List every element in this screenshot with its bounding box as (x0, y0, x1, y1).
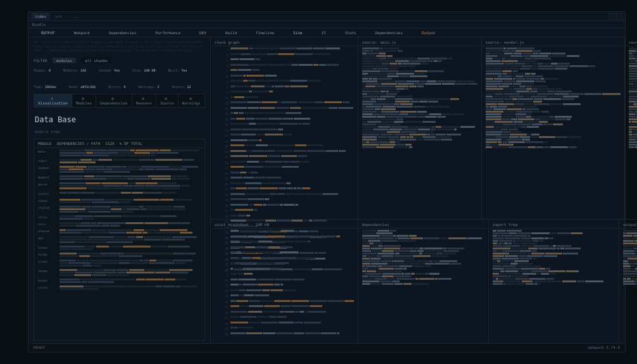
menu-9[interactable]: Stats (345, 30, 356, 35)
menu-3[interactable]: Performance (155, 30, 180, 35)
table-row[interactable]: theme (34, 268, 205, 277)
table-row[interactable]: core (34, 221, 205, 228)
nav-forward-icon[interactable]: › (616, 13, 622, 20)
table-row[interactable]: styled (34, 204, 205, 214)
prop-5: Time: 1842ms (34, 85, 56, 89)
filter-context[interactable]: all chunks (81, 58, 111, 63)
tab-1[interactable]: src (51, 13, 66, 20)
table-row[interactable]: utils (34, 214, 205, 221)
menu-0[interactable]: OUTPUT (41, 30, 55, 35)
prop-4: Built: Yes (168, 68, 187, 72)
table-row[interactable]: api (34, 235, 205, 244)
prop-8: Warnings: 2 (138, 85, 159, 89)
prop-2: Cached: Yes (99, 68, 120, 72)
prop-6: Hash: a8f2c3d1 (69, 85, 96, 89)
table-row[interactable]: store (34, 284, 205, 291)
menu-10[interactable]: Dependencies (375, 30, 403, 35)
prop-9: Assets: 12 (172, 85, 191, 89)
tab-bar: index src ... ‹ › (28, 12, 625, 21)
status-bar: READY webpack 5.74.0 (28, 343, 625, 352)
table-row[interactable]: router (34, 191, 205, 198)
module-table: MODULEDEPENDENCIES / PATHSIZE% OF TOTAL … (34, 139, 205, 341)
detail-tabs: VisualizationModulesDependenciesReasonsS… (34, 94, 205, 108)
tab-0[interactable]: index (31, 13, 50, 20)
middle-panel: chunk graph 1234567891011121314151617181… (211, 37, 358, 352)
bottom-pane-2: output (619, 220, 637, 352)
menu-4[interactable]: DEV (199, 30, 206, 35)
menu-11[interactable]: Output (422, 30, 436, 35)
table-row[interactable]: views (34, 244, 205, 251)
bottom-pane-0: dependencies (358, 220, 489, 352)
table-row[interactable]: icons (34, 258, 205, 268)
right-panel: source: main.jssource: vendor.jssource: … (358, 37, 637, 352)
prop-7: Errors: 0 (108, 85, 125, 89)
chunk-graph-pane: chunk graph 1234567891011121314151617181… (211, 37, 358, 220)
menu-5[interactable]: Build (225, 30, 237, 35)
table-row[interactable]: moment (34, 174, 205, 181)
detail-tab-5[interactable]: Warnings (179, 94, 205, 107)
table-row[interactable]: axios (34, 181, 205, 191)
table-row[interactable]: lodash (34, 165, 205, 174)
code-preview: var t=n(r);if(t.has(e))return t.get(e);v… (28, 37, 210, 55)
status-left: READY (34, 345, 45, 351)
prop-0: Chunks: 8 (34, 68, 51, 72)
detail-tab-4[interactable]: Source (156, 94, 179, 107)
table-row[interactable]: main (34, 148, 205, 158)
status-right: webpack 5.74.0 (588, 345, 620, 351)
prop-3: Size: 248 KB (132, 68, 155, 72)
properties-row: Chunks: 8Modules: 142Cached: YesSize: 24… (28, 66, 210, 91)
title-bar: Bundle (28, 21, 625, 28)
detail-tab-2[interactable]: Dependencies (96, 94, 132, 107)
bottom-pane-1: import tree (489, 220, 619, 352)
filter-label: FILTER (34, 58, 47, 63)
menu-7[interactable]: Size (293, 30, 302, 35)
table-row[interactable]: react (34, 158, 205, 165)
filter-chip[interactable]: modules (53, 58, 76, 63)
chunk-graph-title: chunk graph (212, 39, 356, 46)
section-subheading: module tree (28, 129, 210, 136)
tab-2[interactable]: ... (67, 13, 82, 20)
detail-tab-0[interactable]: Visualization (34, 94, 72, 107)
menu-2[interactable]: Dependencies (109, 30, 136, 35)
source-pane-1: source: vendor.js (482, 37, 625, 220)
filter-bar: FILTER modules all chunks (28, 55, 210, 66)
table-row[interactable]: hooks (34, 277, 205, 284)
table-header: MODULEDEPENDENCIES / PATHSIZE% OF TOTAL (34, 139, 205, 148)
source-pane-0: source: main.js (358, 37, 482, 220)
left-panel: var t=n(r);if(t.has(e))return t.get(e);v… (28, 37, 211, 352)
detail-tab-3[interactable]: Reasons (132, 94, 156, 107)
menu-bar: OUTPUTWebpackDependenciesPerformanceDEVB… (28, 28, 625, 37)
section-heading: Data Base (28, 110, 210, 129)
prop-1: Modules: 142 (63, 68, 86, 72)
menu-6[interactable]: Timeline (256, 30, 274, 35)
table-row[interactable]: redux (34, 198, 205, 204)
menu-8[interactable]: JS (321, 30, 325, 35)
table-row[interactable]: shared (34, 228, 205, 235)
detail-tab-1[interactable]: Modules (72, 94, 96, 107)
menu-1[interactable]: Webpack (74, 30, 90, 35)
table-row[interactable]: forms (34, 251, 205, 258)
asset-breakdown-pane: asset breakdown · 248 KB 123456789101112… (211, 220, 358, 352)
nav-back-icon[interactable]: ‹ (609, 13, 615, 20)
source-pane-2: source: runtime.js (625, 37, 637, 220)
